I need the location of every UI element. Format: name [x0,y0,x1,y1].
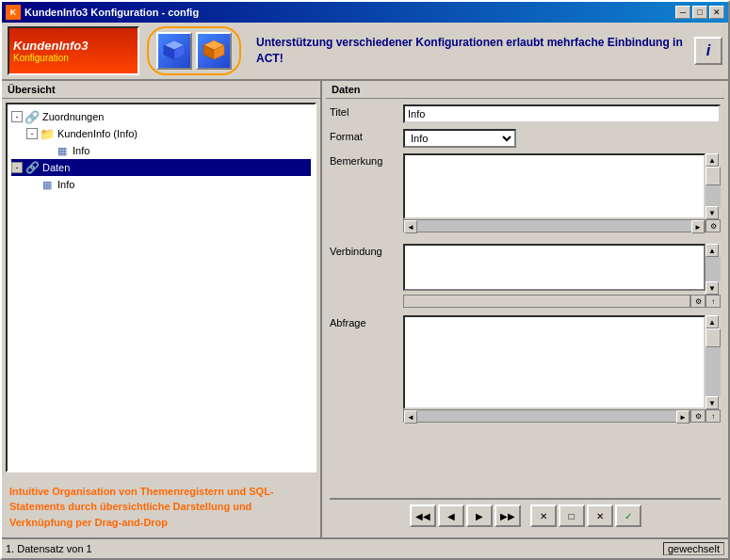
verbindung-label: Verbindung [330,244,397,257]
status-left: 1. Datensatz von 1 [6,543,92,554]
scroll-right-btn[interactable]: ► [691,220,705,233]
abfrage-scroll-left[interactable]: ◄ [404,410,417,424]
abfrage-vscroll: ▲ ▼ [706,315,721,409]
logo-stripe: KundenInfo3 Konfiguration [9,28,138,73]
verbindung-vscroll: ▲ ▼ [706,244,721,295]
abfrage-section: ▲ ▼ ◄ ► [403,315,721,424]
bemerkung-hscroll[interactable]: ◄ ► [403,219,706,232]
verbindung-corner-btn2[interactable]: ↑ [706,295,721,308]
tree-view[interactable]: - 🔗 Zuordnungen - 📁 KundenInfo (Info) ▦ … [6,103,316,472]
tree-label-zuordnungen: Zuordnungen [42,111,104,122]
tree-expand-zuordnungen[interactable]: - [11,111,23,122]
tree-label-daten: Daten [42,162,70,173]
info-button[interactable]: i [694,37,722,65]
settings-button[interactable] [196,32,232,70]
scroll-track[interactable] [706,167,721,206]
verbindung-scroll-track[interactable] [706,257,721,281]
close-button[interactable]: ✕ [709,6,724,19]
abfrage-textarea-row: ▲ ▼ [403,315,721,409]
title-bar-left: K KundenInfo3 Konfiguration - config [6,5,199,20]
table-icon-info1: ▦ [55,143,70,158]
ubersicht-header: Übersicht [2,81,320,99]
maximize-button[interactable]: □ [692,6,707,19]
main-content: Übersicht - 🔗 Zuordnungen - 📁 KundenInfo… [2,81,728,537]
abfrage-label: Abfrage [330,315,397,328]
tree-node-kundeninfo[interactable]: - 📁 KundenInfo (Info) [11,125,311,142]
scroll-down-btn[interactable]: ▼ [706,206,719,219]
minimize-button[interactable]: ─ [675,6,690,19]
abfrage-scroll-thumb [706,328,721,347]
link-icon-daten: 🔗 [24,160,40,175]
bemerkung-corner-btn[interactable]: ⚙ [706,219,721,232]
verbindung-scroll-up[interactable]: ▲ [706,244,719,257]
delete-record-button[interactable]: ✕ [530,504,557,527]
verbindung-hscroll[interactable] [403,295,690,308]
abfrage-corner-btn1[interactable]: ⚙ [690,409,706,423]
promo-text: Intuitive Organisation von Themenregiste… [2,476,320,538]
abfrage-scroll-down[interactable]: ▼ [706,396,719,409]
abfrage-htrack [417,410,676,422]
last-record-button[interactable]: ▶▶ [495,504,521,527]
logo-text1: KundenInfo3 [13,39,88,53]
form-area: Titel Format Info Text Tabelle Bemerkung [326,99,724,537]
main-window: K KundenInfo3 Konfiguration - config ─ □… [0,0,730,560]
tree-node-zuordnungen[interactable]: - 🔗 Zuordnungen [11,108,311,125]
new-object-button[interactable] [156,32,192,70]
format-row: Format Info Text Tabelle [330,129,721,148]
toolbar-buttons-group [147,26,241,75]
save-button[interactable]: ✓ [615,504,641,527]
bemerkung-vscroll: ▲ ▼ [706,153,721,219]
title-bar: K KundenInfo3 Konfiguration - config ─ □… [2,2,728,23]
verbindung-hscroll-row: ⚙ ↑ [403,295,721,310]
verbindung-corner-btn1[interactable]: ⚙ [690,295,706,308]
abfrage-hscroll[interactable]: ◄ ► [403,409,690,423]
status-right: gewechselt [663,542,724,555]
tree-expand-kundeninfo[interactable]: - [26,128,38,139]
first-record-button[interactable]: ◀◀ [410,504,436,527]
scroll-up-btn[interactable]: ▲ [706,153,719,167]
abfrage-hscroll-row: ◄ ► ⚙ ↑ [403,409,721,424]
verbindung-scroll-down[interactable]: ▼ [706,281,719,295]
tree-node-info2[interactable]: ▦ Info [11,176,311,193]
titel-row: Titel [330,104,721,123]
abfrage-textarea[interactable] [403,315,706,409]
toolbar-description: Unterstützung verschiedener Konfiguratio… [256,35,687,67]
logo-area: KundenInfo3 Konfiguration [8,26,139,75]
abfrage-scroll-right[interactable]: ► [676,410,689,424]
cancel-button[interactable]: ✕ [587,504,613,527]
format-select[interactable]: Info Text Tabelle [403,129,516,148]
verbindung-textarea[interactable] [403,244,706,291]
verbindung-row: Verbindung ▲ ▼ ⚙ [330,244,721,310]
titel-label: Titel [330,104,397,118]
abfrage-row: Abfrage ▲ ▼ [330,315,721,492]
tree-node-info1[interactable]: ▦ Info [11,142,311,159]
titel-input[interactable] [403,104,721,123]
verbindung-textarea-row: ▲ ▼ [403,244,721,295]
bemerkung-textarea[interactable] [403,153,706,219]
status-bar: 1. Datensatz von 1 gewechselt [2,537,728,558]
right-panel: Daten Titel Format Info Text Tabelle [322,81,728,537]
folder-icon-kundeninfo: 📁 [40,126,55,141]
scroll-left-btn[interactable]: ◄ [404,220,417,233]
app-icon: K [6,5,21,20]
hscroll-track [417,220,691,232]
new-record-button[interactable]: □ [559,504,585,527]
toolbar: KundenInfo3 Konfiguration [2,23,728,81]
tree-label-kundeninfo: KundenInfo (Info) [57,128,138,139]
title-bar-buttons: ─ □ ✕ [675,6,724,19]
logo-text2: Konfiguration [13,53,69,63]
next-record-button[interactable]: ▶ [466,504,493,527]
abfrage-scroll-track[interactable] [706,328,721,396]
tree-label-info1: Info [73,145,89,156]
link-icon: 🔗 [24,109,40,124]
bemerkung-section: ▲ ▼ ◄ ► [403,153,721,234]
abfrage-corner-btn2[interactable]: ↑ [706,409,721,423]
bemerkung-label: Bemerkung [330,153,397,167]
tree-node-daten[interactable]: - 🔗 Daten [11,159,311,176]
format-label: Format [330,129,397,142]
tree-expand-daten[interactable]: - [11,162,23,173]
prev-record-button[interactable]: ◀ [438,504,464,527]
tree-label-info2: Info [57,179,74,190]
bemerkung-row: Bemerkung ▲ ▼ [330,153,721,238]
abfrage-scroll-up[interactable]: ▲ [706,315,719,328]
